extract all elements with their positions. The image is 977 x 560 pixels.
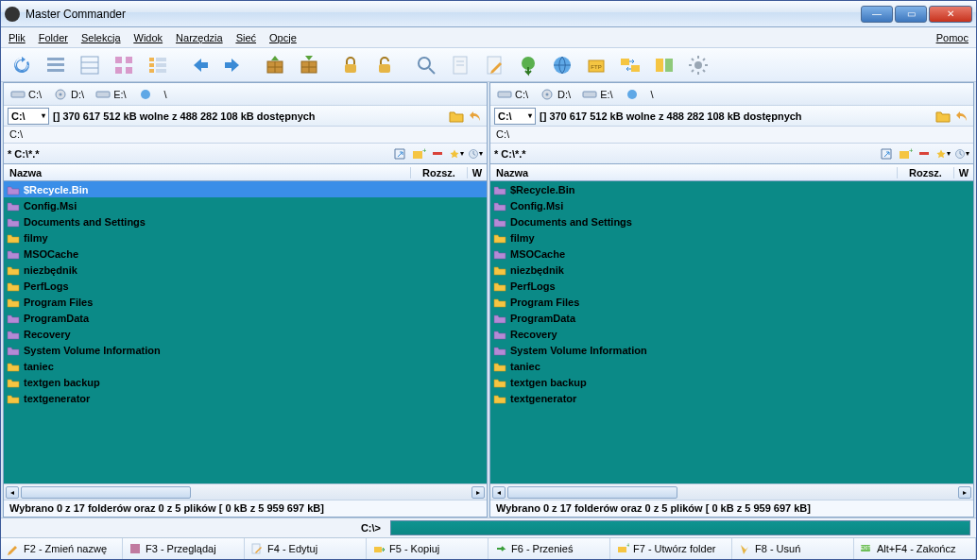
drive-e[interactable]: E:\	[579, 88, 615, 101]
file-row[interactable]: textgenerator	[490, 390, 973, 406]
left-list-header[interactable]: Nazwa Rozsz. W	[4, 164, 487, 181]
network-drive-icon[interactable]	[135, 88, 156, 101]
drive-c[interactable]: C:\	[8, 88, 44, 101]
col-ext[interactable]: Rozsz.	[411, 167, 468, 178]
drive-e[interactable]: E:\	[93, 88, 129, 101]
folder-open-icon[interactable]	[449, 109, 464, 124]
scroll-left-icon[interactable]: ◂	[492, 486, 506, 499]
menu-selekcja[interactable]: Selekcja	[81, 32, 121, 43]
f7-mkdir[interactable]: +F7 - Utwórz folder	[610, 538, 732, 559]
f3-view[interactable]: F3 - Przeglądaj	[123, 538, 245, 559]
menu-plik[interactable]: Plik	[9, 32, 26, 43]
file-row[interactable]: Documents and Settings	[4, 213, 487, 229]
undo-icon[interactable]	[468, 109, 483, 124]
menu-folder[interactable]: Folder	[39, 32, 68, 43]
f8-delete[interactable]: F8 - Usuń	[732, 538, 854, 559]
scroll-right-icon[interactable]: ▸	[471, 486, 485, 499]
search-icon[interactable]	[411, 51, 441, 79]
network-drive-icon[interactable]	[622, 88, 643, 101]
file-row[interactable]: PerfLogs	[490, 278, 973, 294]
menu-widok[interactable]: Widok	[134, 32, 163, 43]
globe-icon[interactable]	[547, 51, 577, 79]
file-row[interactable]: PerfLogs	[4, 278, 487, 294]
col-name[interactable]: Nazwa	[4, 167, 411, 178]
file-row[interactable]: Config.Msi	[490, 197, 973, 213]
unpack-icon[interactable]	[294, 51, 324, 79]
forward-arrow-icon[interactable]	[218, 51, 249, 79]
scroll-thumb[interactable]	[507, 486, 677, 499]
file-row[interactable]: System Volume Information	[4, 342, 487, 358]
menu-opcje[interactable]: Opcje	[269, 32, 297, 43]
globe-download-icon[interactable]	[513, 51, 543, 79]
more-drives-icon[interactable]: \	[648, 88, 657, 101]
file-row[interactable]: ProgramData	[4, 310, 487, 326]
scroll-right-icon[interactable]: ▸	[958, 486, 971, 499]
right-drive-combo[interactable]: C:\▾	[494, 108, 536, 125]
file-row[interactable]: niezbędnik	[4, 262, 487, 278]
new-folder-icon[interactable]: +	[898, 146, 913, 161]
left-cwd[interactable]: C:\	[4, 127, 487, 144]
file-row[interactable]: System Volume Information	[490, 342, 973, 358]
back-arrow-icon[interactable]	[184, 51, 214, 79]
delete-icon[interactable]	[430, 146, 445, 161]
close-button[interactable]: ✕	[929, 6, 972, 23]
menu-pomoc[interactable]: Pomoc	[936, 32, 968, 43]
settings-gear-icon[interactable]	[683, 51, 713, 79]
maximize-button[interactable]: ▭	[895, 6, 927, 23]
file-row[interactable]: taniec	[490, 358, 973, 374]
col-name[interactable]: Nazwa	[490, 167, 898, 178]
file-row[interactable]: $Recycle.Bin	[490, 181, 973, 197]
file-row[interactable]: Program Files	[490, 294, 973, 310]
file-row[interactable]: $Recycle.Bin	[4, 181, 487, 197]
favorite-star-icon[interactable]: ▾	[449, 146, 464, 161]
file-row[interactable]: MSOCache	[4, 246, 487, 262]
ftp-icon[interactable]: FTP	[581, 51, 611, 79]
lock-icon[interactable]	[335, 51, 366, 79]
drive-d[interactable]: D:\	[537, 88, 574, 101]
more-drives-icon[interactable]: \	[162, 88, 170, 101]
file-row[interactable]: textgen backup	[4, 374, 487, 390]
drive-d[interactable]: D:\	[50, 88, 87, 101]
note-icon[interactable]	[445, 51, 475, 79]
f4-edit[interactable]: F4 - Edytuj	[245, 538, 367, 559]
col-ext[interactable]: Rozsz.	[898, 167, 954, 178]
pack-icon[interactable]	[260, 51, 290, 79]
left-scrollbar[interactable]: ◂ ▸	[4, 484, 487, 500]
view-list-icon[interactable]	[41, 51, 71, 79]
left-drive-combo[interactable]: C:\▾	[8, 108, 49, 125]
file-row[interactable]: MSOCache	[490, 246, 973, 262]
compare-icon[interactable]	[649, 51, 679, 79]
col-w[interactable]: W	[954, 167, 973, 178]
favorite-star-icon[interactable]: ▾	[935, 146, 951, 161]
folder-open-icon[interactable]	[935, 109, 951, 124]
right-file-list[interactable]: $Recycle.BinConfig.MsiDocuments and Sett…	[490, 181, 973, 484]
file-row[interactable]: Recovery	[4, 326, 487, 342]
goto-icon[interactable]	[392, 146, 407, 161]
f6-move[interactable]: F6 - Przenieś	[488, 538, 610, 559]
edit-icon[interactable]	[479, 51, 509, 79]
delete-icon[interactable]	[917, 146, 932, 161]
menu-narzedzia[interactable]: Narzędzia	[176, 32, 223, 43]
file-row[interactable]: taniec	[4, 358, 487, 374]
undo-icon[interactable]	[954, 109, 969, 124]
goto-icon[interactable]	[879, 146, 894, 161]
history-clock-icon[interactable]: ▾	[468, 146, 483, 161]
file-row[interactable]: niezbędnik	[490, 262, 973, 278]
menu-siec[interactable]: Sieć	[236, 32, 256, 43]
refresh-icon[interactable]	[7, 51, 37, 79]
f2-rename[interactable]: F2 - Zmień nazwę	[1, 538, 123, 559]
file-row[interactable]: Documents and Settings	[490, 213, 973, 229]
right-list-header[interactable]: Nazwa Rozsz. W	[490, 164, 973, 181]
file-row[interactable]: ProgramData	[490, 310, 973, 326]
right-cwd[interactable]: C:\	[490, 127, 973, 144]
altf4-exit[interactable]: EXITAlt+F4 - Zakończ	[854, 538, 976, 559]
drive-c[interactable]: C:\	[494, 88, 531, 101]
file-row[interactable]: Recovery	[490, 326, 973, 342]
view-details-icon[interactable]	[75, 51, 105, 79]
col-w[interactable]: W	[468, 167, 487, 178]
file-row[interactable]: textgenerator	[4, 390, 487, 406]
unlock-icon[interactable]	[369, 51, 400, 79]
file-row[interactable]: Program Files	[4, 294, 487, 310]
f5-copy[interactable]: F5 - Kopiuj	[367, 538, 488, 559]
command-input[interactable]	[390, 520, 970, 535]
